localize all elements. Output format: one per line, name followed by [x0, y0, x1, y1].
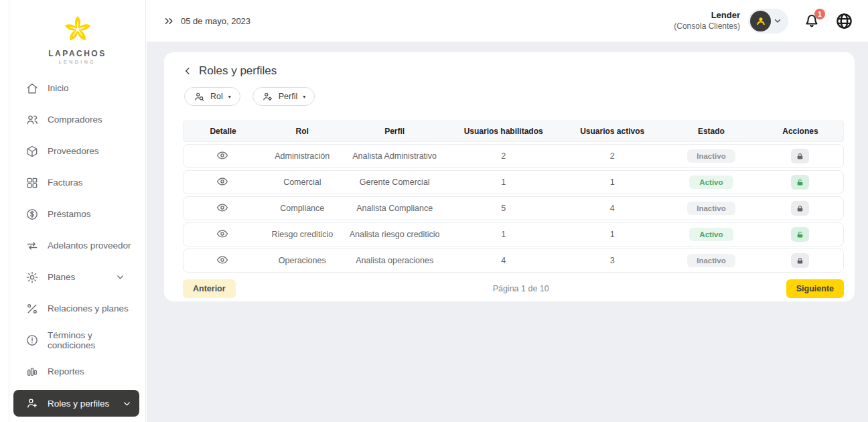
- logo-title: LAPACHOS: [48, 49, 106, 58]
- perfil-cell: Analista Administrativo: [342, 151, 447, 161]
- sidebar-item-terminos-y-condiciones[interactable]: Términos y condiciones: [13, 324, 139, 356]
- sidebar-item-roles-y-perfiles[interactable]: Roles y perfiles: [13, 390, 139, 417]
- estado-cell: Inactivo: [665, 202, 757, 215]
- title-row: Roles y perfiles: [183, 64, 844, 78]
- language-globe-button[interactable]: [835, 12, 853, 30]
- status-badge: Inactivo: [687, 202, 735, 215]
- sidebar-item-label: Compradores: [48, 115, 102, 125]
- column-header-usuarios-activos: Usuarios activos: [559, 127, 665, 136]
- unlock-icon[interactable]: [791, 227, 809, 242]
- lock-icon[interactable]: [791, 253, 809, 268]
- perfil-cell: Analista operaciones: [342, 256, 447, 265]
- filter-perfil-button[interactable]: Perfil▾: [252, 87, 315, 106]
- filter-rol-button[interactable]: Rol▾: [184, 87, 240, 106]
- sidebar-item-prestamos[interactable]: Préstamos: [13, 198, 139, 230]
- sidebar-item-label: Planes: [48, 272, 75, 282]
- view-detail-button[interactable]: [216, 202, 230, 215]
- reports-icon: [25, 365, 39, 378]
- collapse-sidebar-icon[interactable]: [164, 16, 174, 26]
- lock-icon[interactable]: [791, 149, 809, 163]
- table-row: AdministraciónAnalista Administrativo22I…: [183, 144, 844, 168]
- user-info: Lender (Consola Clientes): [674, 10, 740, 31]
- sidebar-item-proveedores[interactable]: Proveedores: [13, 135, 139, 167]
- notifications-button[interactable]: 1: [803, 11, 820, 30]
- page-title: Roles y perfiles: [199, 64, 277, 78]
- detalle-cell: [184, 254, 263, 268]
- estado-cell: Activo: [665, 175, 757, 189]
- view-detail-button[interactable]: [216, 175, 230, 189]
- column-header-usuarios-habilitados: Usuarios habilitados: [447, 127, 559, 136]
- unlock-icon[interactable]: [791, 175, 809, 190]
- topbar-left: 05 de mayo, 2023: [164, 16, 250, 26]
- rol-cell: Administración: [263, 151, 342, 161]
- table-row: OperacionesAnalista operaciones43Inactiv…: [183, 249, 844, 273]
- back-button[interactable]: [183, 66, 192, 76]
- caret-down-icon: ▾: [228, 94, 231, 100]
- acciones-cell: [757, 175, 843, 190]
- view-detail-button[interactable]: [216, 254, 230, 267]
- content-area: Roles y perfiles Rol▾Perfil▾ DetalleRolP…: [147, 42, 868, 422]
- table-header: DetalleRolPerfilUsuarios habilitadosUsua…: [183, 121, 844, 142]
- usuarios-habilitados-cell: 4: [447, 256, 559, 265]
- perfil-cell: Analista Compliance: [342, 204, 447, 213]
- pagination: Anterior Página 1 de 10 Siguiente: [183, 279, 844, 298]
- flower-logo-icon: [62, 13, 94, 46]
- sidebar-item-label: Relaciones y planes: [48, 303, 129, 313]
- status-badge: Inactivo: [687, 149, 735, 163]
- usuarios-activos-cell: 1: [559, 178, 665, 187]
- sidebar-item-inicio[interactable]: Inicio: [13, 72, 139, 104]
- acciones-cell: [757, 201, 843, 216]
- detalle-cell: [184, 175, 263, 190]
- sidebar-item-reportes[interactable]: Reportes: [13, 356, 139, 387]
- buyers-icon: [25, 113, 39, 127]
- acciones-cell: [757, 253, 843, 268]
- detalle-cell: [184, 149, 263, 163]
- usuarios-habilitados-cell: 5: [447, 204, 559, 213]
- usuarios-activos-cell: 3: [559, 256, 665, 265]
- view-detail-button[interactable]: [216, 149, 230, 163]
- terms-icon: [25, 334, 39, 347]
- next-page-button[interactable]: Siguiente: [786, 279, 844, 298]
- caret-down-icon: ▾: [303, 94, 305, 100]
- sidebar-item-facturas[interactable]: Facturas: [13, 167, 139, 198]
- plans-icon: [25, 271, 39, 284]
- sidebar-item-label: Préstamos: [48, 209, 91, 219]
- sidebar-item-label: Facturas: [48, 178, 83, 188]
- chevron-down-icon: [123, 399, 131, 408]
- rol-filter-icon: [194, 91, 205, 102]
- status-badge: Inactivo: [687, 254, 735, 267]
- sidebar-item-relaciones-y-planes[interactable]: Relaciones y planes: [13, 293, 139, 324]
- sidebar-nav: InicioCompradoresProveedoresFacturasPrés…: [9, 72, 145, 417]
- sidebar-item-label: Roles y perfiles: [48, 399, 109, 409]
- table-row: Riesgo crediticioAnalista riesgo crediti…: [183, 222, 844, 247]
- sidebar-item-adelantos-proveedor[interactable]: Adelantos proveedor: [13, 230, 139, 261]
- sidebar: LAPACHOS LENDING InicioCompradoresProvee…: [9, 0, 146, 422]
- previous-page-button[interactable]: Anterior: [183, 279, 236, 298]
- usuarios-activos-cell: 1: [559, 230, 665, 239]
- usuarios-habilitados-cell: 1: [447, 178, 559, 187]
- usuarios-habilitados-cell: 1: [447, 230, 559, 239]
- column-header-acciones: Acciones: [757, 127, 843, 136]
- roles-table: DetalleRolPerfilUsuarios habilitadosUsua…: [183, 121, 844, 273]
- sidebar-item-planes[interactable]: Planes: [13, 261, 139, 293]
- column-header-detalle: Detalle: [184, 127, 263, 136]
- percent-icon: [25, 302, 39, 315]
- rol-cell: Comercial: [263, 178, 342, 187]
- view-detail-button[interactable]: [216, 228, 230, 241]
- acciones-cell: [757, 227, 843, 242]
- column-header-rol: Rol: [263, 127, 342, 136]
- main: 05 de mayo, 2023 Lender (Consola Cliente…: [147, 0, 868, 422]
- home-icon: [25, 82, 39, 95]
- filter-label: Rol: [210, 92, 223, 101]
- chevron-down-icon: [774, 17, 782, 25]
- package-icon: [25, 145, 39, 158]
- chevron-down-icon: [116, 273, 125, 281]
- roles-card: Roles y perfiles Rol▾Perfil▾ DetalleRolP…: [164, 52, 855, 301]
- page-indicator: Página 1 de 10: [493, 284, 549, 293]
- usuarios-activos-cell: 2: [559, 151, 665, 161]
- user-menu-button[interactable]: [748, 9, 788, 33]
- lock-icon[interactable]: [791, 201, 809, 216]
- sidebar-item-compradores[interactable]: Compradores: [13, 104, 139, 135]
- loans-icon: [25, 208, 39, 221]
- filters: Rol▾Perfil▾: [184, 87, 844, 106]
